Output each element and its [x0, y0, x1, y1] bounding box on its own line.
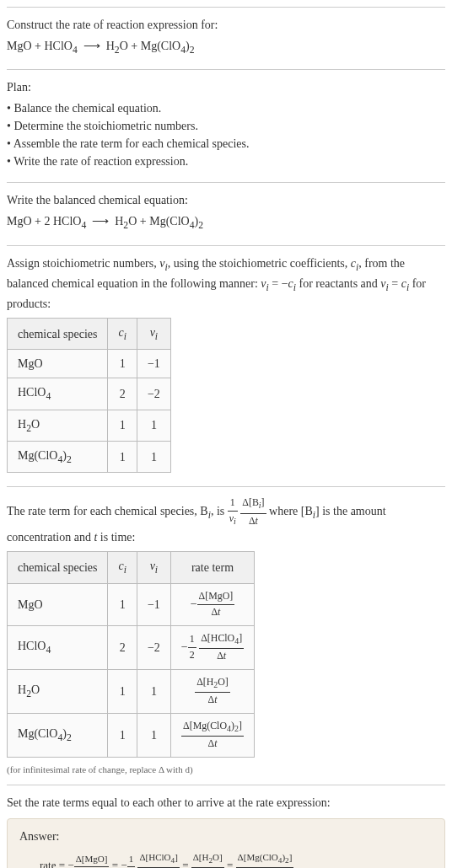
cell-vi: −2: [137, 625, 170, 669]
cell-rate: −12 Δ[HClO4]Δt: [170, 625, 254, 669]
plan-section: Plan: Balance the chemical equation. Det…: [7, 69, 445, 182]
table-row: HClO4 2 −2: [8, 378, 171, 410]
table-row: H2O 1 1 Δ[H2O]Δt: [8, 669, 255, 713]
final-heading: Set the rate terms equal to each other t…: [7, 794, 445, 812]
intro-section: Construct the rate of reaction expressio…: [7, 7, 445, 69]
col-vi: νi: [137, 552, 170, 583]
intro-title: Construct the rate of reaction expressio…: [7, 16, 445, 34]
rate-term-table: chemical species ci νi rate term MgO 1 −…: [7, 551, 255, 757]
balanced-heading: Write the balanced chemical equation:: [7, 191, 445, 209]
cell-vi: 1: [137, 669, 170, 713]
cell-species: MgO: [8, 350, 108, 378]
rate-intro-frac: 1νi Δ[Bi]Δt: [228, 505, 269, 517]
cell-ci: 1: [108, 713, 137, 757]
cell-ci: 1: [108, 583, 137, 625]
rate-intro-mid: , is: [211, 505, 228, 517]
rate-term-intro: The rate term for each chemical species,…: [7, 496, 445, 546]
cell-vi: 1: [137, 713, 170, 757]
cell-vi: −2: [137, 378, 170, 410]
cell-species: H2O: [8, 669, 108, 713]
rate-term-section: The rate term for each chemical species,…: [7, 486, 445, 785]
table-header-row: chemical species ci νi rate term: [8, 552, 255, 583]
col-rate: rate term: [170, 552, 254, 583]
table-row: HClO4 2 −2 −12 Δ[HClO4]Δt: [8, 625, 255, 669]
plan-heading: Plan:: [7, 78, 445, 96]
cell-species: Mg(ClO4)2: [8, 713, 108, 757]
cell-vi: −1: [137, 350, 170, 378]
cell-species: H2O: [8, 410, 108, 441]
rate-intro-pre: The rate term for each chemical species,…: [7, 505, 208, 517]
stoich-section: Assign stoichiometric numbers, νi, using…: [7, 245, 445, 487]
cell-ci: 2: [108, 625, 137, 669]
stoich-table: chemical species ci νi MgO 1 −1 HClO4 2 …: [7, 318, 171, 473]
col-species: chemical species: [8, 552, 108, 583]
table-row: MgO 1 −1: [8, 350, 171, 378]
balanced-section: Write the balanced chemical equation: Mg…: [7, 182, 445, 244]
table-row: Mg(ClO4)2 1 1 Δ[Mg(ClO4)2]Δt: [8, 713, 255, 757]
cell-ci: 1: [108, 442, 137, 473]
answer-equation: rate = −Δ[MgO]Δt = −12 Δ[HClO4]Δt = Δ[H2…: [40, 850, 433, 868]
cell-vi: 1: [137, 442, 170, 473]
cell-rate: Δ[Mg(ClO4)2]Δt: [170, 713, 254, 757]
table-header-row: chemical species ci νi: [8, 319, 171, 350]
answer-label: Answer:: [19, 828, 433, 845]
cell-vi: −1: [137, 583, 170, 625]
cell-ci: 1: [108, 410, 137, 441]
col-ci: ci: [108, 319, 137, 350]
stoich-intro: Assign stoichiometric numbers, νi, using…: [7, 255, 445, 313]
cell-rate: Δ[H2O]Δt: [170, 669, 254, 713]
col-ci: ci: [108, 552, 137, 583]
cell-rate: −Δ[MgO]Δt: [170, 583, 254, 625]
plan-item: Balance the chemical equation.: [7, 99, 445, 117]
table-row: Mg(ClO4)2 1 1: [8, 442, 171, 473]
cell-vi: 1: [137, 410, 170, 441]
cell-species: MgO: [8, 583, 108, 625]
final-section: Set the rate terms equal to each other t…: [7, 785, 445, 868]
col-vi: νi: [137, 319, 170, 350]
balanced-equation: MgO + 2 HClO4 ⟶ H2O + Mg(ClO4)2: [7, 212, 445, 233]
cell-ci: 1: [108, 350, 137, 378]
col-species: chemical species: [8, 319, 108, 350]
unbalanced-equation: MgO + HClO4 ⟶ H2O + Mg(ClO4)2: [7, 37, 445, 57]
plan-item: Assemble the rate term for each chemical…: [7, 135, 445, 153]
plan-item: Write the rate of reaction expression.: [7, 153, 445, 170]
table-row: H2O 1 1: [8, 410, 171, 441]
infinitesimal-note: (for infinitesimal rate of change, repla…: [7, 763, 445, 777]
cell-ci: 1: [108, 669, 137, 713]
cell-species: HClO4: [8, 625, 108, 669]
answer-box: Answer: rate = −Δ[MgO]Δt = −12 Δ[HClO4]Δ…: [7, 818, 445, 868]
cell-species: Mg(ClO4)2: [8, 442, 108, 473]
cell-ci: 2: [108, 378, 137, 410]
table-row: MgO 1 −1 −Δ[MgO]Δt: [8, 583, 255, 625]
cell-species: HClO4: [8, 378, 108, 410]
plan-item: Determine the stoichiometric numbers.: [7, 117, 445, 135]
plan-list: Balance the chemical equation. Determine…: [7, 99, 445, 170]
